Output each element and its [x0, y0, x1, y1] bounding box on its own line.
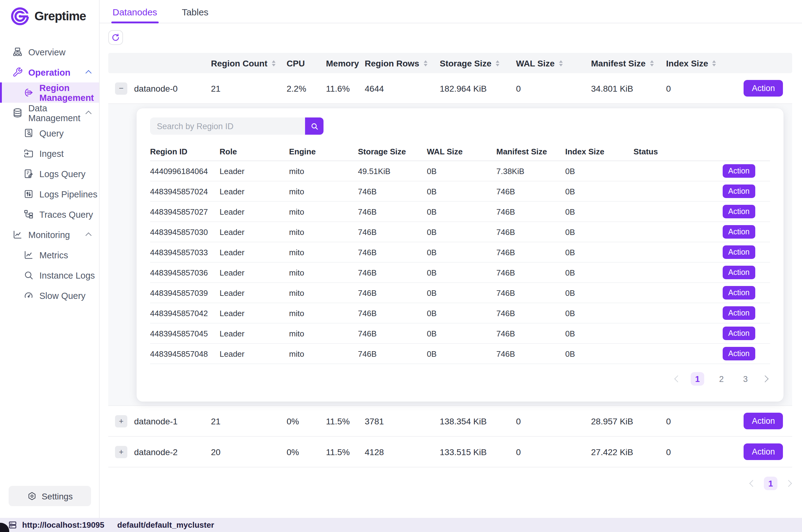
search-button[interactable] [305, 117, 324, 135]
cell-region-count: 20 [211, 447, 287, 457]
sort-icon[interactable] [712, 60, 716, 66]
cell-index: 0B [565, 329, 633, 338]
cell-region-id: 4483945857039 [150, 288, 219, 297]
chevron-up-icon[interactable] [85, 70, 92, 76]
tab-tables[interactable]: Tables [180, 2, 210, 23]
sidebar-item-metrics[interactable]: Metrics [0, 245, 99, 265]
greptime-logo-icon [10, 6, 30, 26]
sidebar-item-slow-query[interactable]: Slow Query [0, 285, 99, 306]
expand-row-button[interactable]: + [115, 415, 127, 427]
page-2[interactable]: 2 [715, 372, 728, 386]
tab-bar: Datanodes Tables [100, 0, 802, 23]
sidebar-item-logs-pipelines[interactable]: Logs Pipelines [0, 184, 99, 204]
cell-manifest: 746B [496, 207, 565, 216]
action-button[interactable]: Action [723, 245, 755, 259]
cell-region-count: 21 [211, 83, 287, 93]
refresh-button[interactable] [108, 30, 123, 45]
cell-region-id: 4483945857027 [150, 207, 219, 216]
cell-index: 0B [565, 308, 633, 318]
action-button[interactable]: Action [744, 413, 783, 429]
expand-row-button[interactable]: + [115, 445, 127, 458]
cell-engine: mito [289, 329, 358, 338]
cell-role: Leader [219, 166, 289, 176]
cell-cpu: 0% [287, 416, 326, 426]
next-page-icon[interactable] [762, 376, 769, 383]
sort-icon[interactable] [650, 60, 653, 66]
cell-engine: mito [289, 349, 358, 358]
datanode-name: datanode-2 [134, 447, 211, 457]
region-row: 4483945857042 Leader mito 746B 0B 746B 0… [150, 303, 770, 323]
cell-wal: 0B [427, 288, 496, 297]
sidebar-item-traces-query[interactable]: Traces Query [0, 204, 99, 225]
sidebar-item-label: Ingest [39, 149, 64, 158]
sidebar-item-region-management[interactable]: Region Management [0, 82, 99, 103]
tab-datanodes[interactable]: Datanodes [111, 2, 158, 23]
action-button[interactable]: Action [723, 185, 755, 198]
sort-icon[interactable] [423, 60, 427, 66]
region-row: 4440996184064 Leader mito 49.51KiB 0B 7.… [150, 161, 770, 182]
cell-storage: 746B [358, 268, 427, 277]
metrics-icon [23, 250, 34, 260]
sidebar-item-monitoring[interactable]: Monitoring [0, 225, 99, 245]
cell-wal: 0B [427, 349, 496, 358]
prev-page-icon[interactable] [674, 376, 682, 383]
cell-role: Leader [219, 248, 289, 257]
cell-storage: 746B [358, 207, 427, 216]
cell-index: 0B [565, 268, 633, 277]
cluster-name[interactable]: default/default_mycluster [117, 520, 214, 530]
sidebar-item-operation[interactable]: Operation [0, 62, 99, 82]
brand-name: Greptime [35, 9, 86, 23]
cell-cpu: 0% [287, 447, 326, 457]
col-engine: Engine [289, 147, 358, 156]
action-button[interactable]: Action [723, 306, 755, 320]
prev-page-icon[interactable] [749, 480, 757, 487]
sidebar-item-data-management[interactable]: Data Management [0, 103, 99, 123]
regions-panel: Region ID Role Engine Storage Size WAL S… [136, 108, 784, 402]
action-button[interactable]: Action [723, 286, 755, 300]
sidebar-item-label: Operation [28, 67, 71, 77]
settings-button[interactable]: Settings [8, 486, 91, 506]
action-button[interactable]: Action [723, 327, 755, 340]
action-button[interactable]: Action [723, 266, 755, 279]
sidebar-item-ingest[interactable]: Ingest [0, 143, 99, 164]
collapse-row-button[interactable]: − [115, 82, 127, 94]
action-button[interactable]: Action [723, 225, 755, 239]
cell-storage-size: 133.515 KiB [440, 447, 516, 457]
cell-manifest: 746B [496, 248, 565, 257]
cell-engine: mito [289, 166, 358, 176]
action-button[interactable]: Action [744, 443, 783, 460]
region-search-input[interactable] [150, 117, 305, 135]
action-button[interactable]: Action [744, 80, 783, 97]
server-url[interactable]: http://localhost:19095 [22, 520, 104, 530]
region-row: 4483945857048 Leader mito 746B 0B 746B 0… [150, 344, 770, 364]
action-button[interactable]: Action [723, 347, 755, 360]
sort-icon[interactable] [559, 60, 563, 66]
cell-manifest: 746B [496, 187, 565, 196]
sort-icon[interactable] [496, 60, 499, 66]
action-button[interactable]: Action [723, 205, 755, 218]
page-3[interactable]: 3 [739, 372, 752, 386]
sidebar-item-overview[interactable]: Overview [0, 42, 99, 62]
col-storage-size: Storage Size [358, 147, 427, 156]
sidebar-item-label: Traces Query [39, 209, 93, 219]
cell-storage: 746B [358, 288, 427, 297]
chevron-up-icon[interactable] [85, 232, 92, 239]
cell-wal: 0B [427, 329, 496, 338]
cell-region-rows: 3781 [365, 416, 440, 426]
page-1[interactable]: 1 [764, 477, 777, 490]
sidebar-item-label: Logs Query [39, 169, 85, 179]
cell-role: Leader [219, 187, 289, 196]
cell-manifest: 746B [496, 288, 565, 297]
sort-icon[interactable] [272, 60, 275, 66]
next-page-icon[interactable] [785, 480, 792, 487]
sidebar-item-query[interactable]: Query [0, 123, 99, 143]
action-button[interactable]: Action [723, 164, 755, 178]
cell-region-id: 4440996184064 [150, 166, 219, 176]
sidebar-item-instance-logs[interactable]: Instance Logs [0, 265, 99, 285]
page-1[interactable]: 1 [691, 372, 704, 386]
sidebar-item-logs-query[interactable]: Logs Query [0, 164, 99, 184]
cell-role: Leader [219, 268, 289, 277]
col-cpu: CPU [287, 58, 305, 68]
cell-region-id: 4483945857042 [150, 308, 219, 318]
cell-wal: 0B [427, 248, 496, 257]
